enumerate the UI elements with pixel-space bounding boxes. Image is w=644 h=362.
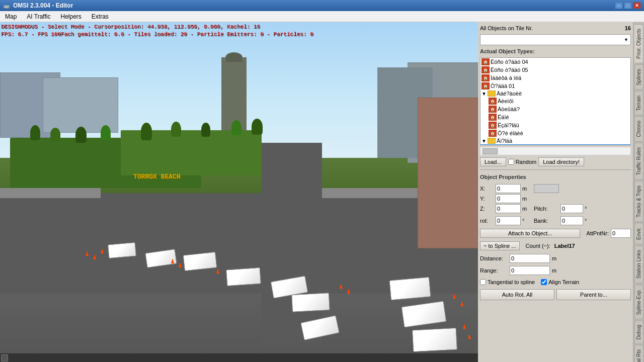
tree-item-0[interactable]: 🏠 Ëóño ò?ääó 04 — [480, 58, 630, 66]
tree-item-label-4: Âèeìôì — [498, 98, 514, 104]
tree-4 — [101, 125, 111, 140]
object-properties-label: Object Properties — [480, 173, 631, 181]
attach-row: Attach to Object... AttPntNr: — [480, 229, 631, 238]
tree-item-4[interactable]: 🏠 Âèeìôì — [480, 97, 630, 105]
vtab-traffic-rules[interactable]: Traffic Rules — [634, 143, 643, 180]
vtab-prior-objects[interactable]: Prior. Objects — [634, 24, 643, 63]
police-car-7 — [389, 277, 431, 301]
tree-9 — [252, 119, 263, 135]
range-row: Range: m — [480, 266, 631, 275]
building-icon-6: 🏠 — [489, 114, 497, 121]
folder-icon-1 — [488, 138, 496, 144]
close-button[interactable]: ✕ — [633, 2, 641, 9]
vtab-splines[interactable]: Splines — [634, 64, 643, 90]
tree-item-6[interactable]: 🏠 Ëäïé — [480, 113, 630, 121]
building-icon-2: 🏠 — [481, 74, 490, 81]
vtab-envir[interactable]: Envir. — [634, 223, 643, 244]
tree-folder-1[interactable]: ▼ Äï?läà — [480, 137, 630, 144]
dropdown-arrow-icon: ▼ — [624, 37, 628, 42]
object-dropdown[interactable]: ▼ — [480, 34, 631, 45]
tree-item-8[interactable]: 🏠 Ó?è éläèè — [480, 129, 630, 137]
load-buttons-row: Load... Random Load directory! — [480, 157, 631, 166]
x-label: X: — [480, 186, 494, 192]
x-input[interactable] — [496, 184, 521, 193]
scene-buildings: TORROX BEACH — [0, 22, 478, 362]
align-terrain-checkbox[interactable] — [541, 279, 547, 285]
vtab-terrain[interactable]: Terrain — [634, 91, 643, 116]
parent-button[interactable]: Parent to... — [556, 289, 631, 300]
range-input[interactable] — [510, 266, 550, 275]
vtab-station-links[interactable]: Station Links — [634, 245, 643, 283]
tree-item-1[interactable]: 🏠 Ëóño ò?ääó 05 — [480, 66, 630, 74]
tangential-checkbox-label[interactable]: Tangential to spline — [480, 279, 535, 285]
maximize-button[interactable]: □ — [624, 2, 632, 9]
tree-item-3[interactable]: 🏠 Ó?äää 01 — [480, 82, 630, 90]
police-car-9 — [412, 328, 457, 352]
panel-content: All Objects on Tile Nr. 16 ▼ Actual Obje… — [478, 22, 633, 362]
vtab-signal-rts[interactable]: Signal Rts — [634, 345, 643, 362]
building-icon-5: 🏠 — [489, 106, 497, 113]
y-unit: m — [522, 196, 532, 202]
checkboxes-row: Tangential to spline Align Terrain — [480, 279, 631, 285]
building-icon-7: 🏠 — [489, 122, 497, 129]
distance-input[interactable] — [510, 254, 550, 263]
tile-number: 16 — [625, 25, 631, 31]
title-text: 🚌 OMSI 2.3.004 - Editor — [3, 2, 73, 9]
tree-item-9[interactable]: 🏠 Áòä?û-çäìeàôèè 1 — [480, 144, 630, 145]
spline-button[interactable]: ~ to Spline ... — [480, 241, 520, 250]
menu-helpers[interactable]: Helpers — [55, 11, 86, 22]
menu-ai-traffic[interactable]: AI Traffic — [22, 11, 55, 22]
road-vertical — [262, 143, 322, 344]
3d-viewport[interactable]: TORROX BEACH — [0, 22, 478, 362]
tree-item-5[interactable]: 🏠 Áòeûàä? — [480, 105, 630, 113]
menu-extras[interactable]: Extras — [87, 11, 114, 22]
color-picker[interactable] — [534, 184, 559, 193]
z-input[interactable] — [496, 204, 521, 213]
y-input[interactable] — [496, 194, 521, 203]
minimize-button[interactable]: ─ — [615, 2, 623, 9]
bank-unit: ° — [585, 218, 610, 224]
load-button[interactable]: Load... — [480, 157, 506, 166]
bank-label: Bank: — [534, 218, 559, 224]
building-icon-0: 🏠 — [481, 58, 490, 65]
bank-input[interactable] — [560, 216, 583, 225]
tree-folder-0[interactable]: ▼ Äáé?àoèè — [480, 90, 630, 97]
vtab-spline-exp[interactable]: Spline-Exp. — [634, 285, 643, 319]
building-2 — [43, 77, 118, 133]
tree-7 — [201, 123, 210, 137]
object-tree-view[interactable]: 🏠 Ëóño ò?ääó 04 🏠 Ëóño ò?ääó 05 🏠 Ìáäèôà… — [480, 57, 631, 145]
tree-item-2[interactable]: 🏠 Ìáäèôà à ïèä — [480, 74, 630, 82]
attpntnr-input[interactable] — [611, 229, 631, 238]
random-checkbox[interactable] — [508, 159, 514, 165]
rot-input[interactable] — [496, 216, 521, 225]
window-controls: ─ □ ✕ — [615, 2, 641, 9]
tree-2 — [50, 128, 60, 142]
load-directory-button[interactable]: Load directory! — [538, 157, 584, 166]
action-buttons-row: Auto Rot. All Parent to... — [480, 289, 631, 300]
align-terrain-checkbox-label[interactable]: Align Terrain — [541, 279, 579, 285]
vtab-tracks-trips[interactable]: Tracks & Trips — [634, 181, 643, 222]
y-label: Y: — [480, 196, 494, 202]
police-car-3 — [183, 252, 217, 272]
main-layout: TORROX BEACH — [0, 22, 644, 362]
hscroll-thumb[interactable] — [482, 148, 498, 154]
tree-item-7[interactable]: 🏠 Ëçäï?läü — [480, 121, 630, 129]
random-checkbox-label[interactable]: Random — [508, 159, 537, 165]
tangential-checkbox[interactable] — [480, 279, 486, 285]
tangential-label: Tangential to spline — [488, 279, 535, 285]
tree-horizontal-scrollbar[interactable] — [480, 147, 631, 155]
x-unit: m — [522, 186, 532, 192]
count-label: Count (~): — [526, 243, 550, 249]
police-car-6 — [291, 293, 330, 312]
building-icon-4: 🏠 — [489, 98, 497, 105]
pitch-unit: ° — [585, 206, 610, 212]
vtab-chrono[interactable]: Chrono — [634, 116, 643, 142]
pitch-input[interactable] — [560, 204, 583, 213]
expand-arrow-1: ▼ — [481, 138, 487, 144]
vtab-debug[interactable]: Debug — [634, 320, 643, 344]
tree-item-label-6: Ëäïé — [498, 114, 509, 120]
attach-button[interactable]: Attach to Object... — [480, 229, 580, 238]
building-icon-1: 🏠 — [481, 66, 490, 73]
menu-map[interactable]: Map — [0, 11, 22, 22]
auto-rot-button[interactable]: Auto Rot. All — [480, 289, 554, 300]
